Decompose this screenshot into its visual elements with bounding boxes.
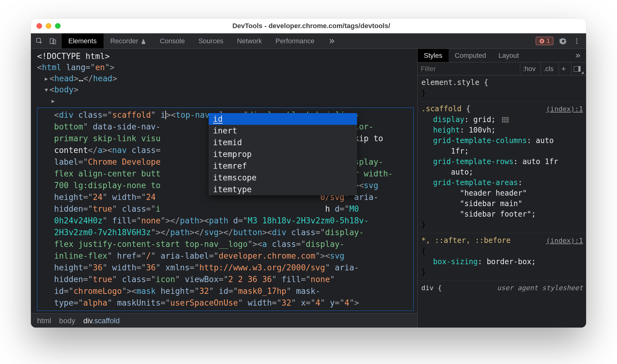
rule-source-link[interactable]: (index):1 <box>546 104 583 114</box>
styles-more-tabs[interactable] <box>568 49 586 62</box>
autocomplete-option-inert[interactable]: inert <box>209 125 357 137</box>
autocomplete-option-itemref[interactable]: itemref <box>209 160 357 172</box>
ua-rule-div: div { user agent stylesheet <box>418 281 586 296</box>
rule-universal[interactable]: *, ::after, ::before (index):1 { box-siz… <box>418 233 586 281</box>
inspect-element-icon[interactable] <box>35 37 43 45</box>
autocomplete-option-itemtype[interactable]: itemtype <box>209 184 357 195</box>
attribute-autocomplete[interactable]: id inert itemid itemprop itemref itemsco… <box>209 113 357 195</box>
devtools-window: DevTools - developer.chrome.com/tags/dev… <box>31 19 586 328</box>
settings-icon[interactable] <box>560 37 567 45</box>
tab-styles[interactable]: Styles <box>418 49 449 62</box>
error-count: 1 <box>547 37 550 44</box>
rule-scaffold[interactable]: .scaffold { (index):1 display: grid; hei… <box>418 102 586 233</box>
rule-selector[interactable]: *, ::after, ::before <box>421 236 511 245</box>
titlebar: DevTools - developer.chrome.com/tags/dev… <box>31 19 586 33</box>
flask-icon <box>141 38 146 44</box>
dom-tree[interactable]: <!DOCTYPE html> <html lang="en"> ▸<head>… <box>31 49 417 313</box>
breadcrumb-active[interactable]: div.scaffold <box>83 316 120 325</box>
zoom-window-button[interactable] <box>55 23 61 29</box>
styles-filter-row: :hov .cls + <box>418 62 586 75</box>
close-window-button[interactable] <box>36 23 42 29</box>
more-options-icon[interactable] <box>573 37 581 45</box>
window-controls <box>36 23 61 29</box>
tab-layout[interactable]: Layout <box>492 49 525 62</box>
error-count-badge[interactable]: 1 <box>536 37 553 45</box>
tab-sources[interactable]: Sources <box>192 33 230 49</box>
tab-network[interactable]: Network <box>230 33 269 49</box>
toggle-cls[interactable]: .cls <box>541 62 556 75</box>
toggle-hov[interactable]: :hov <box>520 62 538 75</box>
breadcrumb-html[interactable]: html <box>37 316 51 325</box>
breadcrumb: html body div.scaffold <box>31 313 417 328</box>
autocomplete-option-itemid[interactable]: itemid <box>209 137 357 148</box>
tab-recorder[interactable]: Recorder <box>104 33 153 49</box>
body-child-arrow[interactable]: ▸ <box>37 95 414 106</box>
panel-tabs: Elements Recorder Console Sources Networ… <box>62 33 530 49</box>
styles-filter-input[interactable] <box>421 65 517 73</box>
svg-point-4 <box>576 38 577 40</box>
tab-elements[interactable]: Elements <box>62 33 104 49</box>
head-collapsed[interactable]: ▸<head>…</head> <box>37 73 414 84</box>
svg-point-5 <box>576 40 577 42</box>
rule-source-link[interactable]: (index):1 <box>546 235 583 246</box>
autocomplete-option-itemscope[interactable]: itemscope <box>209 172 357 184</box>
resize-corner-icon[interactable] <box>581 71 584 74</box>
new-style-rule-button[interactable]: + <box>559 62 568 75</box>
more-tabs-button[interactable] <box>321 33 342 49</box>
devtools-toolbar: Elements Recorder Console Sources Networ… <box>31 33 586 49</box>
body-open[interactable]: ▾<body> <box>37 84 414 95</box>
elements-panel: <!DOCTYPE html> <html lang="en"> ▸<head>… <box>31 49 417 328</box>
svg-rect-1 <box>50 39 54 44</box>
style-rules[interactable]: element.style { } .scaffold { (index):1 … <box>418 75 586 328</box>
tab-computed[interactable]: Computed <box>449 49 492 62</box>
element-style-selector: element.style { <box>421 77 488 88</box>
autocomplete-option-id[interactable]: id <box>209 113 357 125</box>
tab-performance[interactable]: Performance <box>269 33 321 49</box>
autocomplete-option-itemprop[interactable]: itemprop <box>209 148 357 160</box>
window-title: DevTools - developer.chrome.com/tags/dev… <box>61 22 562 30</box>
html-open: <html lang="en"> <box>37 62 414 73</box>
tab-console[interactable]: Console <box>153 33 192 49</box>
minimize-window-button[interactable] <box>46 23 51 29</box>
device-toolbar-icon[interactable] <box>49 37 57 45</box>
element-style-block[interactable]: element.style { } <box>418 75 586 102</box>
svg-point-6 <box>576 43 577 44</box>
grid-icon[interactable] <box>502 117 509 123</box>
breadcrumb-body[interactable]: body <box>59 316 75 325</box>
styles-panel: Styles Computed Layout :hov .cls + <box>417 49 586 328</box>
rule-selector[interactable]: .scaffold <box>421 104 462 113</box>
doctype-line: <!DOCTYPE html> <box>37 51 414 62</box>
styles-tabs: Styles Computed Layout <box>418 49 586 62</box>
